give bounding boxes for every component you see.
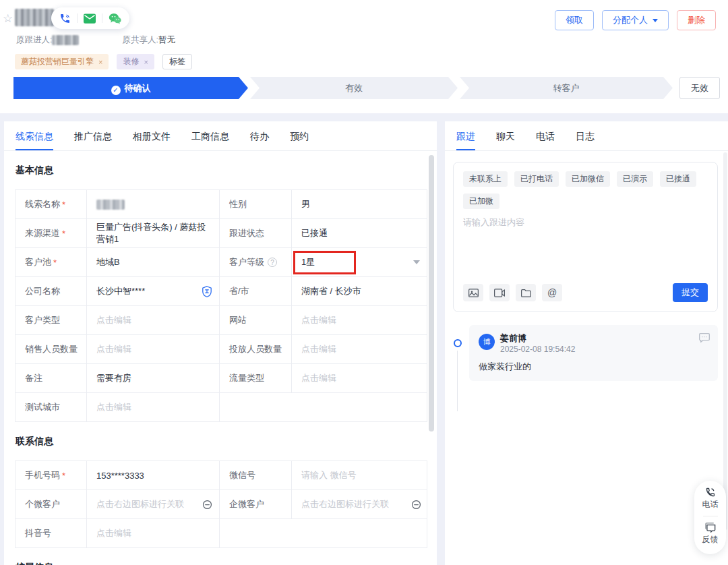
field-label: 抖音号 (16, 519, 87, 547)
province-city-field[interactable]: 湖南省 / 长沙市 (292, 277, 428, 305)
field-label: 跟进状态 (220, 219, 292, 247)
stage-converted[interactable]: 转客户 (460, 77, 673, 99)
company-verify-shield-icon[interactable] (202, 286, 212, 297)
douyin-id-field[interactable]: 点击编辑 (87, 519, 220, 547)
traffic-type-field[interactable]: 点击编辑 (292, 364, 428, 392)
claim-button[interactable]: 领取 (555, 10, 594, 30)
wechat-icon[interactable] (109, 13, 121, 24)
tab-appointment[interactable]: 预约 (290, 131, 309, 150)
required-marker: * (62, 200, 65, 210)
original-sharer-label: 原共享人: (122, 34, 158, 46)
customer-pool-field[interactable]: 地域B (87, 248, 220, 276)
quick-tag-not-reached[interactable]: 未联系上 (463, 171, 508, 187)
link-icon[interactable] (202, 500, 212, 510)
field-label: 客户类型 (16, 306, 87, 334)
work-wechat-link-field[interactable]: 点击右边图标进行关联 (292, 490, 428, 518)
float-feedback-button[interactable]: 反馈 (694, 516, 726, 545)
tab-business-info[interactable]: 工商信息 (191, 131, 229, 150)
required-marker: * (62, 229, 65, 239)
submit-button[interactable]: 提交 (673, 283, 708, 302)
tab-album-files[interactable]: 相册文件 (133, 131, 171, 150)
contact-info-table: 手机号码* 153****3333 微信号 请输入 微信号 个微客户 点击右边图… (15, 460, 427, 548)
original-follower-redacted (52, 35, 79, 45)
tab-todo[interactable]: 待办 (250, 131, 269, 150)
remove-tag-icon[interactable]: × (144, 58, 148, 66)
company-name-field[interactable]: 长沙中智**** (87, 277, 220, 305)
table-row: 公司名称 长沙中智**** 省/市 湖南省 / 长沙市 (16, 277, 427, 306)
favorite-star-icon[interactable]: ☆ (3, 11, 13, 26)
mail-icon[interactable] (84, 13, 96, 24)
field-label: 性别 (220, 190, 292, 218)
help-question-icon[interactable]: ? (268, 258, 277, 267)
composer-toolbar: @ 提交 (454, 283, 717, 302)
ad-staff-count-field[interactable]: 点击编辑 (292, 335, 428, 363)
original-follower-label: 原跟进人: (16, 34, 52, 46)
tag-item: 装修 × (117, 54, 154, 69)
quick-tag-micro-added[interactable]: 已加微 (463, 194, 499, 209)
tab-call[interactable]: 电话 (536, 131, 555, 150)
redacted-value (96, 200, 125, 210)
tab-log[interactable]: 日志 (576, 131, 595, 150)
link-icon[interactable] (411, 500, 421, 510)
mention-at-icon[interactable]: @ (542, 284, 562, 301)
personal-wechat-link-field[interactable]: 点击右边图标进行关联 (87, 490, 220, 518)
field-label: 公司名称 (16, 277, 87, 305)
table-row: 抖音号 点击编辑 (16, 519, 427, 548)
test-city-field[interactable]: 点击编辑 (87, 393, 220, 421)
quick-tag-list: 未联系上 已打电话 已加微信 已演示 已接通 已加微 (454, 162, 717, 209)
tab-follow-up[interactable]: 跟进 (456, 131, 475, 150)
customer-level-select[interactable]: 1星 (292, 248, 428, 276)
field-label: 测试城市 (16, 393, 87, 421)
floating-action-pill: 电话 反馈 (694, 481, 726, 554)
quick-tag-connected[interactable]: 已接通 (660, 171, 696, 187)
wechat-id-field[interactable]: 请输入 微信号 (292, 461, 428, 489)
add-tag-button[interactable]: 标签 (162, 54, 192, 69)
section-title-contact: 联系信息 (16, 436, 437, 448)
follow-up-textarea[interactable]: 请输入跟进内容 (454, 209, 717, 283)
assign-dropdown-button[interactable]: 分配个人 (602, 10, 669, 30)
section-title-basic: 基本信息 (16, 165, 437, 177)
float-phone-button[interactable]: 电话 (694, 481, 726, 510)
header-actions: 领取 分配个人 删除 (555, 10, 716, 30)
insert-image-icon[interactable] (463, 284, 483, 301)
mobile-number-field[interactable]: 153****3333 (87, 461, 220, 489)
remark-field[interactable]: 需要有房 (87, 364, 220, 392)
lead-name-field[interactable] (87, 190, 220, 218)
tab-lead-info[interactable]: 线索信息 (16, 131, 53, 150)
follow-status-field[interactable]: 已接通 (292, 219, 428, 247)
source-channel-field[interactable]: 巨量广告(抖音头条) / 蘑菇投营销1 (87, 219, 220, 247)
quick-tag-demoed[interactable]: 已演示 (617, 171, 653, 187)
field-label: 网站 (220, 306, 292, 334)
insert-file-folder-icon[interactable] (516, 284, 536, 301)
tab-promotion-info[interactable]: 推广信息 (74, 131, 112, 150)
phone-icon[interactable] (59, 13, 71, 24)
right-panel-scrollbar[interactable] (723, 152, 727, 530)
table-row: 客户类型 点击编辑 网站 点击编辑 (16, 306, 427, 335)
table-row: 个微客户 点击右边图标进行关联 企微客户 点击右边图标进行关联 (16, 490, 427, 519)
activity-panel: 跟进 聊天 电话 日志 未联系上 已打电话 已加微信 已演示 已接通 已加微 请… (445, 121, 728, 565)
follow-up-author: 姜前博 (500, 332, 526, 345)
sales-staff-count-field[interactable]: 点击编辑 (87, 335, 220, 363)
basic-info-table: 线索名称* 性别 男 来源渠道* 巨量广告(抖音头条) / 蘑菇投营销1 跟进状… (15, 189, 427, 422)
comment-bubble-icon[interactable] (699, 333, 710, 345)
gender-field[interactable]: 男 (292, 190, 428, 218)
tab-chat[interactable]: 聊天 (496, 131, 515, 150)
activity-tabs: 跟进 聊天 电话 日志 (445, 121, 728, 151)
customer-type-field[interactable]: 点击编辑 (87, 306, 220, 334)
insert-video-icon[interactable] (489, 284, 510, 301)
field-label: 客户等级? (220, 248, 292, 276)
chevron-down-icon (413, 260, 420, 264)
stage-valid[interactable]: 有效 (250, 77, 458, 99)
left-panel-scrollbar[interactable] (429, 155, 434, 432)
website-field[interactable]: 点击编辑 (292, 306, 428, 334)
quick-tag-wechat-added[interactable]: 已加微信 (566, 171, 610, 187)
field-label: 微信号 (220, 461, 292, 489)
table-row: 销售人员数量 点击编辑 投放人员数量 点击编辑 (16, 335, 427, 364)
delete-button[interactable]: 删除 (677, 10, 716, 30)
stage-invalid-button[interactable]: 无效 (679, 77, 720, 99)
chevron-down-icon (653, 19, 658, 22)
table-row: 测试城市 点击编辑 (16, 393, 427, 422)
stage-pending-confirm[interactable]: ✓待确认 (13, 77, 248, 99)
remove-tag-icon[interactable]: × (98, 58, 102, 66)
quick-tag-called[interactable]: 已打电话 (514, 171, 559, 187)
